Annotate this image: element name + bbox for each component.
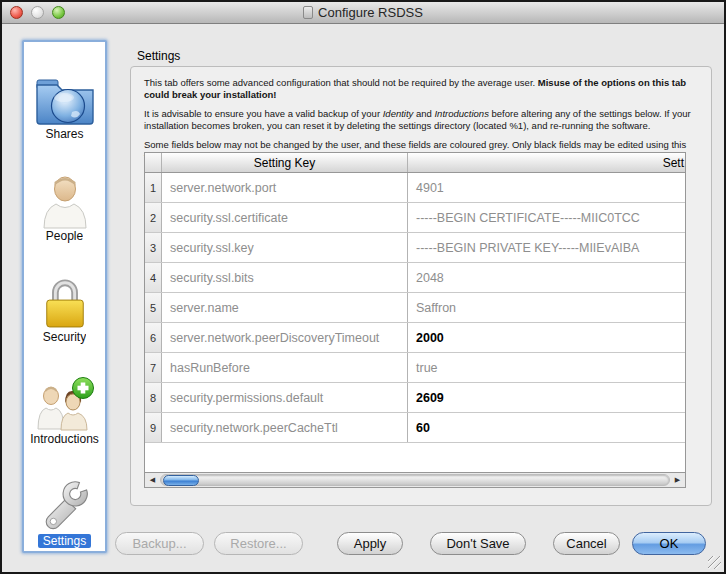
desc-segment: and [413, 108, 434, 119]
sidebar-item-shares[interactable]: Shares [24, 42, 105, 144]
setting-value-cell[interactable]: true [408, 353, 685, 382]
setting-key-cell[interactable]: server.network.port [162, 173, 408, 202]
setting-value-header[interactable]: Sett [408, 153, 685, 172]
resize-grip[interactable] [708, 556, 721, 569]
apply-button[interactable]: Apply [337, 532, 403, 555]
settings-table[interactable]: Setting Key Sett 1 server.network.port 4… [144, 152, 686, 488]
sidebar-item-label: Shares [45, 127, 83, 141]
scrollbar-track[interactable] [160, 474, 670, 486]
setting-value-cell[interactable]: -----BEGIN PRIVATE KEY-----MIIEvAIBA [408, 233, 685, 262]
setting-key-cell[interactable]: server.network.peerDiscoveryTimeout [162, 323, 408, 352]
row-number: 8 [145, 383, 162, 412]
row-number: 4 [145, 263, 162, 292]
setting-key-cell[interactable]: security.ssl.key [162, 233, 408, 262]
row-number: 3 [145, 233, 162, 262]
introductions-people-plus-icon [35, 377, 95, 432]
sidebar-item-label: Settings [38, 534, 91, 548]
table-row[interactable]: 6 server.network.peerDiscoveryTimeout 20… [145, 323, 685, 353]
setting-value-cell[interactable]: 2048 [408, 263, 685, 292]
table-row[interactable]: 3 security.ssl.key -----BEGIN PRIVATE KE… [145, 233, 685, 263]
dont-save-button[interactable]: Don't Save [430, 532, 526, 555]
table-row[interactable]: 1 server.network.port 4901 [145, 173, 685, 203]
sidebar-item-introductions[interactable]: Introductions [24, 347, 105, 449]
desc-identity-italic: Identity [383, 108, 414, 119]
setting-key-cell[interactable]: security.ssl.certificate [162, 203, 408, 232]
title-bar[interactable]: Configure RSDSS [2, 2, 724, 24]
table-corner-cell [145, 153, 162, 172]
setting-value-cell[interactable]: 4901 [408, 173, 685, 202]
window-title: Configure RSDSS [318, 5, 423, 20]
table-row[interactable]: 5 server.name Saffron [145, 293, 685, 323]
setting-key-header[interactable]: Setting Key [162, 153, 408, 172]
wrench-icon [36, 480, 94, 534]
zoom-icon[interactable] [52, 6, 65, 19]
table-body: 1 server.network.port 4901 2 security.ss… [145, 173, 685, 472]
table-header-row: Setting Key Sett [145, 153, 685, 173]
row-number: 6 [145, 323, 162, 352]
desc-introductions-italic: Introductions [434, 108, 488, 119]
row-number: 5 [145, 293, 162, 322]
horizontal-scrollbar[interactable]: ◀ ▶ [145, 472, 685, 487]
backup-button[interactable]: Backup... [115, 532, 204, 555]
setting-value-cell[interactable]: 2000 [408, 323, 685, 352]
sidebar-item-label: Security [43, 330, 86, 344]
desc-segment: It is advisable to ensure you have a val… [144, 108, 383, 119]
settings-groupbox: This tab offers some advanced configurat… [130, 66, 712, 506]
person-icon [38, 174, 92, 229]
configure-rsdss-window: Configure RSDSS [0, 0, 726, 574]
setting-key-cell[interactable]: security.network.peerCacheTtl [162, 413, 408, 442]
table-row[interactable]: 2 security.ssl.certificate -----BEGIN CE… [145, 203, 685, 233]
setting-value-cell[interactable]: 60 [408, 413, 685, 442]
sidebar-item-people[interactable]: People [24, 144, 105, 246]
traffic-lights [10, 6, 65, 19]
ok-button[interactable]: OK [632, 532, 706, 555]
row-number: 9 [145, 413, 162, 442]
row-number: 2 [145, 203, 162, 232]
shares-folder-globe-icon [34, 75, 96, 127]
desc-segment: This tab offers some advanced configurat… [144, 77, 538, 88]
row-number: 1 [145, 173, 162, 202]
setting-key-cell[interactable]: server.name [162, 293, 408, 322]
title-area: Configure RSDSS [2, 2, 724, 23]
description-paragraph-2: It is advisable to ensure you have a val… [144, 108, 701, 132]
window-proxy-icon [303, 6, 313, 19]
sidebar-item-label: People [46, 229, 83, 243]
category-sidebar[interactable]: Shares People [22, 40, 107, 553]
close-icon[interactable] [10, 6, 23, 19]
section-title: Settings [137, 49, 180, 63]
sidebar-item-label: Introductions [30, 432, 99, 446]
table-row[interactable]: 4 security.ssl.bits 2048 [145, 263, 685, 293]
scroll-right-icon[interactable]: ▶ [670, 473, 685, 487]
table-row[interactable]: 7 hasRunBefore true [145, 353, 685, 383]
cancel-button[interactable]: Cancel [553, 532, 620, 555]
description-paragraph-1: This tab offers some advanced configurat… [144, 77, 701, 101]
row-number: 7 [145, 353, 162, 382]
padlock-icon [41, 274, 89, 330]
setting-value-cell[interactable]: 2609 [408, 383, 685, 412]
setting-key-cell[interactable]: security.ssl.bits [162, 263, 408, 292]
setting-key-cell[interactable]: security.permissions.default [162, 383, 408, 412]
setting-value-cell[interactable]: Saffron [408, 293, 685, 322]
scroll-left-icon[interactable]: ◀ [145, 473, 160, 487]
setting-key-cell[interactable]: hasRunBefore [162, 353, 408, 382]
sidebar-item-security[interactable]: Security [24, 246, 105, 348]
minimize-icon[interactable] [31, 6, 44, 19]
table-row[interactable]: 8 security.permissions.default 2609 [145, 383, 685, 413]
table-row[interactable]: 9 security.network.peerCacheTtl 60 [145, 413, 685, 443]
setting-value-cell[interactable]: -----BEGIN CERTIFICATE-----MIIC0TCC [408, 203, 685, 232]
restore-button[interactable]: Restore... [214, 532, 303, 555]
scrollbar-thumb[interactable] [163, 475, 199, 486]
sidebar-item-settings[interactable]: Settings [24, 449, 105, 551]
